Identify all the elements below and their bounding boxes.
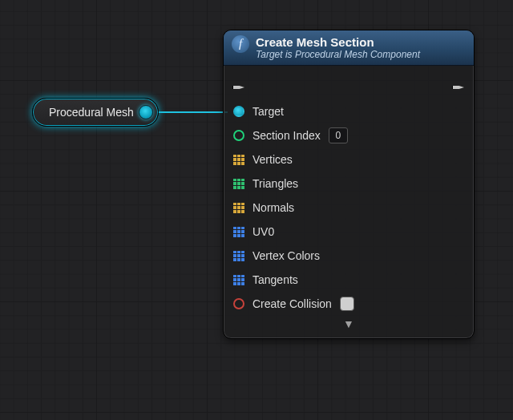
pin-row-vertices: Vertices [233,147,464,172]
pin-row-tangents: Tangents [233,268,464,292]
expand-toggle[interactable]: ▼ [233,316,464,337]
pin-vertex-colors[interactable] [233,251,244,261]
pin-triangles-label: Triangles [252,177,298,190]
pin-row-uv0: UV0 [233,220,464,244]
node-header[interactable]: f Create Mesh Section Target is Procedur… [224,30,474,66]
section-index-input[interactable] [329,127,348,143]
pin-vertices[interactable] [233,155,244,165]
pin-section-index-label: Section Index [252,129,321,142]
pin-row-triangles: Triangles [233,172,464,196]
pin-row-target: Target [233,99,464,123]
pin-target[interactable] [233,106,244,117]
pin-row-create-collision: Create Collision [233,292,464,316]
pin-vertices-label: Vertices [252,153,293,166]
output-pin-object[interactable] [139,105,153,119]
pin-create-collision[interactable] [233,298,244,309]
node-title-block: Create Mesh Section Target is Procedural… [256,35,420,60]
create-collision-checkbox[interactable] [340,297,354,311]
exec-row [233,74,464,98]
pin-create-collision-label: Create Collision [252,297,332,310]
pin-triangles[interactable] [233,179,244,189]
pin-section-index[interactable] [233,130,244,141]
pin-vertex-colors-label: Vertex Colors [252,249,320,262]
pin-normals-label: Normals [252,201,294,214]
pin-uv0[interactable] [233,227,244,237]
node-body: Target Section Index Vertices Triangles … [224,66,474,338]
node-subtitle: Target is Procedural Mesh Component [256,49,420,60]
node-title: Create Mesh Section [256,35,420,49]
pin-tangents[interactable] [233,275,244,285]
variable-node-label: Procedural Mesh [49,106,134,119]
pin-row-section-index: Section Index [233,123,464,147]
pin-row-vertex-colors: Vertex Colors [233,244,464,268]
variable-node-procedural-mesh[interactable]: Procedural Mesh [32,98,159,127]
pin-target-label: Target [252,105,284,118]
function-icon: f [232,35,249,53]
pin-tangents-label: Tangents [252,273,298,286]
pin-uv0-label: UV0 [252,225,274,238]
node-create-mesh-section[interactable]: f Create Mesh Section Target is Procedur… [223,30,475,339]
exec-output-pin[interactable] [453,79,464,92]
pin-row-normals: Normals [233,196,464,220]
wire-target [151,111,228,113]
pin-normals[interactable] [233,203,244,213]
exec-input-pin[interactable] [233,79,244,92]
